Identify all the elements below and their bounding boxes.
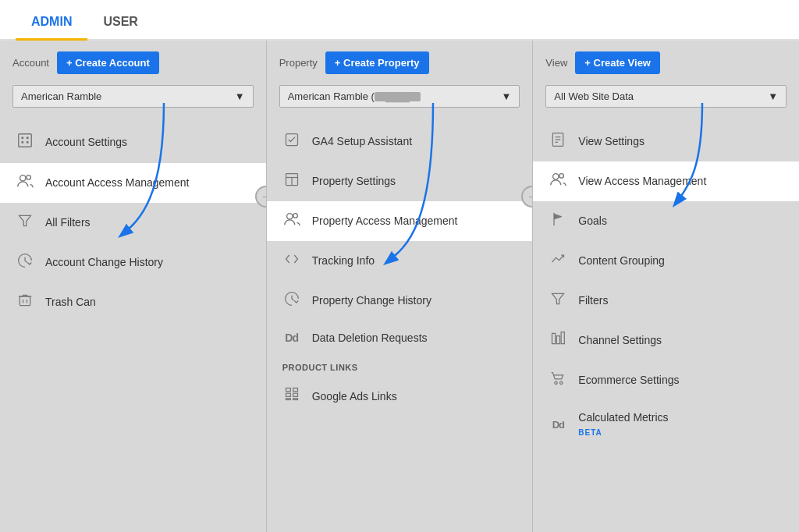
doc-icon — [549, 132, 567, 151]
grid-icon — [282, 386, 301, 406]
history-icon-property — [282, 291, 301, 310]
code-icon — [282, 251, 301, 271]
svg-rect-20 — [293, 393, 297, 396]
account-settings-item[interactable]: Account Settings — [0, 122, 266, 163]
google-ads-links-label: Google Ads Links — [312, 389, 397, 403]
property-column: Property + Create Property American Ramb… — [267, 41, 534, 532]
svg-rect-8 — [20, 296, 30, 306]
property-access-management-item[interactable]: Property Access Management — [267, 201, 533, 241]
trash-icon — [16, 293, 34, 312]
create-property-button[interactable]: + Create Property — [325, 51, 429, 74]
svg-point-5 — [20, 176, 26, 181]
ga4-setup-item[interactable]: GA4 Setup Assistant — [267, 122, 533, 161]
view-dropdown-row: All Web Site Data ▼ — [533, 82, 799, 115]
channel-settings-label: Channel Settings — [578, 333, 662, 347]
main-content: Account + Create Account American Ramble… — [0, 41, 799, 532]
svg-rect-19 — [286, 393, 290, 396]
property-label: Property — [279, 57, 318, 69]
filter-icon-view — [549, 291, 567, 310]
svg-rect-18 — [293, 388, 297, 392]
goals-item[interactable]: Goals — [533, 201, 799, 241]
account-access-management-label: Account Access Management — [45, 176, 189, 190]
channel-settings-item[interactable]: Channel Settings — [533, 321, 799, 360]
svg-rect-21 — [286, 399, 290, 400]
property-change-history-item[interactable]: Property Change History — [267, 281, 533, 321]
google-ads-links-item[interactable]: Google Ads Links — [267, 376, 533, 416]
account-column: Account + Create Account American Ramble… — [0, 41, 267, 532]
property-dropdown[interactable]: American Ramble (████ ▼ — [279, 85, 520, 108]
view-label: View — [545, 57, 567, 69]
chart-icon — [549, 251, 567, 271]
ga4-setup-label: GA4 Setup Assistant — [312, 134, 412, 148]
account-dropdown[interactable]: American Ramble ▼ — [12, 85, 254, 108]
svg-rect-17 — [286, 388, 290, 392]
svg-point-27 — [553, 174, 559, 179]
svg-rect-0 — [19, 134, 32, 147]
view-access-management-item[interactable]: View Access Management — [533, 161, 799, 201]
svg-rect-31 — [552, 333, 556, 343]
property-dropdown-value: American Ramble (████ — [288, 90, 421, 102]
svg-point-34 — [555, 381, 557, 384]
svg-rect-1 — [21, 137, 23, 139]
svg-marker-30 — [552, 293, 564, 303]
people-icon-property — [282, 211, 301, 231]
calc-icon: Dd — [549, 419, 567, 431]
svg-point-28 — [559, 174, 564, 179]
tracking-info-label: Tracking Info — [312, 254, 375, 268]
svg-point-16 — [293, 214, 298, 218]
svg-rect-22 — [293, 399, 297, 400]
goals-label: Goals — [578, 214, 607, 228]
view-settings-item[interactable]: View Settings — [533, 122, 799, 161]
all-filters-item[interactable]: All Filters — [0, 203, 266, 243]
people-icon-account — [16, 173, 34, 193]
svg-marker-7 — [20, 215, 31, 225]
create-account-button[interactable]: + Create Account — [57, 51, 159, 74]
view-settings-label: View Settings — [578, 134, 645, 148]
bar-icon — [549, 331, 567, 350]
account-change-history-label: Account Change History — [45, 255, 163, 269]
all-filters-label: All Filters — [45, 215, 91, 229]
view-menu-list: View Settings View Access Management Goa… — [533, 115, 799, 532]
tracking-info-item[interactable]: Tracking Info — [267, 241, 533, 281]
view-access-management-label: View Access Management — [578, 174, 706, 188]
people-icon-view — [549, 172, 567, 191]
top-nav: ADMIN USER — [0, 0, 799, 41]
svg-rect-2 — [27, 137, 29, 139]
building-icon — [16, 132, 34, 153]
trash-can-item[interactable]: Trash Can — [0, 282, 266, 322]
tab-user[interactable]: USER — [87, 4, 153, 41]
property-settings-label: Property Settings — [312, 174, 396, 188]
view-dropdown[interactable]: All Web Site Data ▼ — [545, 85, 787, 108]
cart-icon — [549, 371, 567, 390]
view-dropdown-value: All Web Site Data — [554, 90, 634, 102]
data-deletion-item[interactable]: Dd Data Deletion Requests — [267, 321, 533, 355]
calculated-metrics-item[interactable]: Dd Calculated Metrics BETA — [533, 400, 799, 449]
ecommerce-settings-item[interactable]: Ecommerce Settings — [533, 360, 799, 400]
svg-rect-3 — [21, 141, 23, 144]
account-settings-label: Account Settings — [45, 135, 127, 149]
account-label: Account — [12, 57, 49, 69]
svg-rect-33 — [562, 332, 565, 344]
content-grouping-label: Content Grouping — [578, 254, 665, 268]
account-dropdown-row: American Ramble ▼ — [0, 82, 266, 115]
flag-icon — [549, 211, 567, 231]
property-settings-item[interactable]: Property Settings — [267, 161, 533, 201]
svg-point-6 — [27, 176, 31, 180]
filters-label: Filters — [578, 293, 608, 307]
create-view-button[interactable]: + Create View — [575, 51, 660, 74]
property-menu-list: GA4 Setup Assistant Property Settings Pr… — [267, 115, 533, 532]
account-dropdown-chevron: ▼ — [235, 90, 245, 102]
account-change-history-item[interactable]: Account Change History — [0, 243, 266, 282]
history-icon-account — [16, 253, 34, 272]
filters-item[interactable]: Filters — [533, 281, 799, 321]
content-grouping-item[interactable]: Content Grouping — [533, 241, 799, 281]
ecommerce-settings-label: Ecommerce Settings — [578, 373, 679, 387]
account-access-management-item[interactable]: Account Access Management — [0, 163, 266, 203]
tab-admin[interactable]: ADMIN — [16, 4, 87, 41]
delete-icon: Dd — [282, 332, 301, 344]
property-change-history-label: Property Change History — [312, 293, 431, 307]
view-dropdown-chevron: ▼ — [768, 90, 778, 102]
property-dropdown-chevron: ▼ — [501, 90, 511, 102]
check-icon — [282, 132, 301, 151]
svg-rect-4 — [27, 141, 29, 144]
